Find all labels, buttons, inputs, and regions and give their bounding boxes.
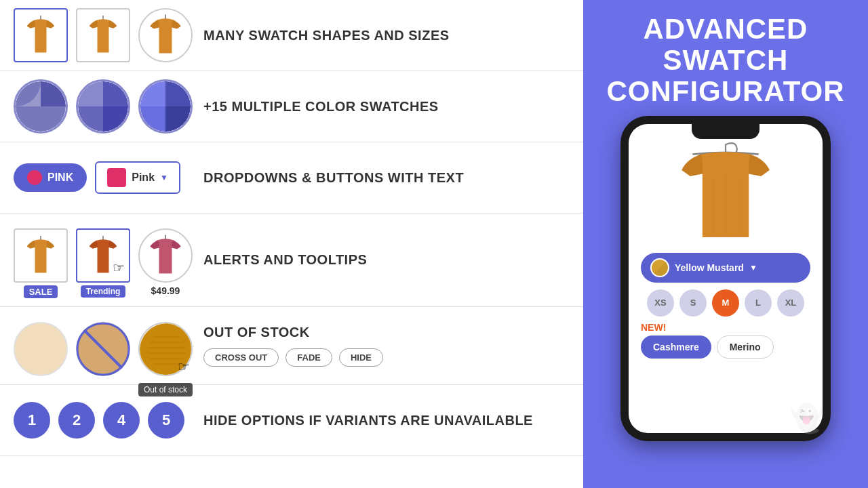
fade-button[interactable]: FADE bbox=[285, 348, 332, 367]
crossout-button[interactable]: CROSS OUT bbox=[203, 348, 279, 367]
merino-button[interactable]: Merino bbox=[717, 336, 774, 359]
cursor-icon: ☞ bbox=[113, 260, 125, 276]
number-badges-area: 1 2 4 5 bbox=[14, 402, 203, 439]
row-out-of-stock: ☞ Out of stock OUT OF STOCK CROSS OUT FA… bbox=[0, 307, 583, 385]
number-badge-1[interactable]: 1 bbox=[14, 402, 50, 439]
size-xs[interactable]: XS bbox=[647, 289, 674, 317]
row2-label: +15 MULTIPLE COLOR SWATCHES bbox=[203, 99, 439, 115]
phone-notch bbox=[692, 124, 760, 139]
swatch-oos-faded[interactable] bbox=[14, 322, 68, 376]
row-dropdowns: PINK Pink ▼ DROPDOWNS & BUTTONS WITH TEX… bbox=[0, 142, 583, 214]
phone-screen: Yellow Mustard ▼ XS S M L XL NEW! Cashme… bbox=[629, 124, 823, 433]
right-panel: ADVANCED SWATCH CONFIGURATOR bbox=[583, 0, 868, 488]
multi-swatch-2[interactable] bbox=[76, 79, 130, 134]
row1-label: MANY SWATCH SHAPES AND SIZES bbox=[203, 28, 450, 43]
multi-swatch-1[interactable] bbox=[14, 79, 68, 134]
color-swatches-area bbox=[14, 79, 203, 134]
oos-tooltip: Out of stock bbox=[138, 383, 193, 396]
multi-swatch-3[interactable] bbox=[138, 79, 193, 134]
size-xl[interactable]: XL bbox=[777, 289, 804, 317]
size-l[interactable]: L bbox=[745, 289, 772, 317]
oos-swatches: ☞ Out of stock bbox=[14, 315, 203, 376]
pink-square-icon bbox=[107, 168, 126, 187]
phone-product-image bbox=[665, 140, 787, 249]
swatch-price[interactable] bbox=[138, 228, 193, 283]
sale-badge: SALE bbox=[24, 285, 58, 298]
row-hide-options: 1 2 4 5 HIDE OPTIONS IF VARIANTS ARE UNA… bbox=[0, 385, 583, 456]
phone-color-button[interactable]: Yellow Mustard ▼ bbox=[641, 253, 810, 283]
dropdowns-area: PINK Pink ▼ bbox=[14, 161, 203, 194]
number-badge-4[interactable]: 4 bbox=[103, 402, 140, 439]
row6-label: HIDE OPTIONS IF VARIANTS ARE UNAVAILABLE bbox=[203, 413, 533, 428]
cursor-icon-oos: ☞ bbox=[178, 359, 190, 375]
number-badge-2[interactable]: 2 bbox=[58, 402, 95, 439]
pink-dropdown-label: Pink bbox=[132, 171, 155, 184]
right-title: ADVANCED SWATCH CONFIGURATOR bbox=[606, 14, 844, 108]
swatch-sale[interactable] bbox=[14, 228, 68, 283]
phone-mockup: Yellow Mustard ▼ XS S M L XL NEW! Cashme… bbox=[620, 116, 831, 441]
left-panel: MANY SWATCH SHAPES AND SIZES bbox=[0, 0, 583, 488]
trending-badge: Trending bbox=[81, 285, 126, 298]
swatch-shapes-area bbox=[14, 8, 203, 62]
alerts-swatches: SALE ☞ Trending bbox=[14, 222, 203, 298]
size-s[interactable]: S bbox=[679, 289, 707, 317]
svg-rect-7 bbox=[112, 173, 121, 182]
swatch-trending-wrapper: ☞ Trending bbox=[76, 228, 130, 298]
ghost-watermark: 👻 bbox=[790, 403, 824, 434]
price-badge: $49.99 bbox=[151, 285, 180, 296]
phone-dropdown-caret: ▼ bbox=[749, 263, 757, 272]
number-badge-5[interactable]: 5 bbox=[148, 402, 184, 439]
oos-buttons: CROSS OUT FADE HIDE bbox=[203, 348, 383, 367]
pink-dot bbox=[27, 170, 42, 185]
dropdown-arrow-icon: ▼ bbox=[160, 173, 168, 182]
hide-button[interactable]: HIDE bbox=[339, 348, 383, 367]
pink-pill-label: PINK bbox=[47, 171, 73, 184]
pink-pill-button[interactable]: PINK bbox=[14, 163, 87, 192]
row-color-swatches: +15 MULTIPLE COLOR SWATCHES bbox=[0, 71, 583, 142]
swatch-sale-wrapper: SALE bbox=[14, 228, 68, 298]
row-swatch-shapes: MANY SWATCH SHAPES AND SIZES bbox=[0, 0, 583, 71]
swatch-price-wrapper: $49.99 bbox=[138, 228, 193, 296]
swatch-trending[interactable]: ☞ bbox=[76, 228, 130, 283]
size-m[interactable]: M bbox=[712, 289, 739, 317]
phone-color-icon bbox=[650, 258, 669, 277]
new-label: NEW! bbox=[641, 322, 666, 333]
row3-label: DROPDOWNS & BUTTONS WITH TEXT bbox=[203, 170, 464, 186]
swatch-square-2[interactable] bbox=[76, 8, 130, 62]
swatch-square-1[interactable] bbox=[14, 8, 68, 62]
oos-content: OUT OF STOCK CROSS OUT FADE HIDE bbox=[203, 325, 383, 367]
row5-label: OUT OF STOCK bbox=[203, 325, 383, 340]
material-buttons: Cashmere Merino bbox=[641, 336, 774, 359]
phone-color-dropdown-row: Yellow Mustard ▼ bbox=[635, 249, 816, 287]
pink-dropdown-button[interactable]: Pink ▼ bbox=[95, 161, 180, 194]
cashmere-button[interactable]: Cashmere bbox=[641, 336, 711, 359]
phone-color-label: Yellow Mustard bbox=[675, 262, 744, 273]
swatch-oos-crossout-wrapper bbox=[76, 322, 130, 376]
row-alerts: SALE ☞ Trending bbox=[0, 214, 583, 307]
swatch-oos-active-wrapper: ☞ Out of stock bbox=[138, 322, 193, 376]
svg-line-13 bbox=[84, 330, 122, 368]
row4-label: ALERTS AND TOOLTIPS bbox=[203, 252, 367, 268]
phone-sizes-row: XS S M L XL bbox=[635, 287, 816, 319]
phone-material-row: NEW! Cashmere Merino bbox=[635, 319, 816, 361]
swatch-circle-shirt[interactable] bbox=[138, 8, 193, 62]
